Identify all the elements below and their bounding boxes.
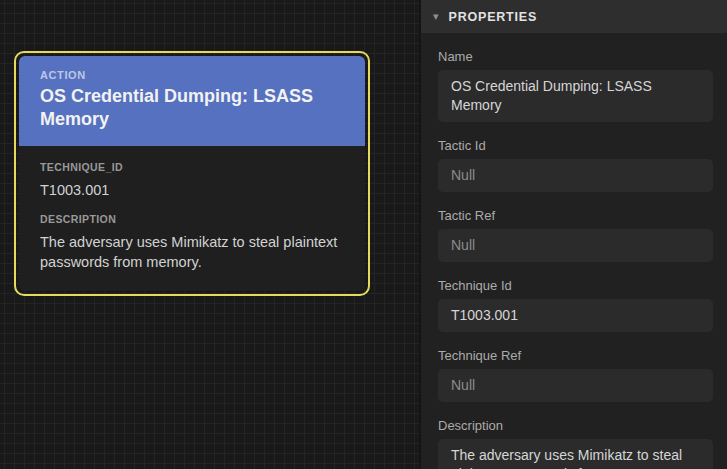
properties-panel-title: PROPERTIES (449, 10, 538, 24)
node-field-description: DESCRIPTION The adversary uses Mimikatz … (40, 213, 344, 272)
prop-field-technique-ref: Technique Ref Null (438, 348, 713, 402)
collapse-chevron-icon[interactable]: ▾ (433, 11, 439, 22)
properties-panel-header[interactable]: ▾ PROPERTIES (421, 0, 727, 33)
prop-label-tactic-ref: Tactic Ref (438, 208, 713, 223)
prop-field-name: Name OS Credential Dumping: LSASS Memory (438, 49, 713, 122)
name-input[interactable]: OS Credential Dumping: LSASS Memory (438, 70, 713, 122)
node-field-value: T1003.001 (40, 180, 344, 200)
action-node-selected[interactable]: ACTION OS Credential Dumping: LSASS Memo… (14, 51, 370, 296)
node-field-label: DESCRIPTION (40, 213, 344, 225)
node-type-label: ACTION (40, 69, 344, 81)
tactic-id-input[interactable]: Null (438, 159, 713, 192)
prop-label-tactic-id: Tactic Id (438, 138, 713, 153)
action-node-body: TECHNIQUE_ID T1003.001 DESCRIPTION The a… (19, 146, 365, 291)
prop-label-technique-ref: Technique Ref (438, 348, 713, 363)
prop-label-description: Description (438, 418, 713, 433)
properties-panel: ▾ PROPERTIES Name OS Credential Dumping:… (419, 0, 727, 469)
tactic-ref-input[interactable]: Null (438, 229, 713, 262)
action-node-card: ACTION OS Credential Dumping: LSASS Memo… (19, 56, 365, 291)
node-field-label: TECHNIQUE_ID (40, 161, 344, 173)
node-field-technique-id: TECHNIQUE_ID T1003.001 (40, 161, 344, 200)
prop-field-technique-id: Technique Id T1003.001 (438, 278, 713, 332)
prop-label-technique-id: Technique Id (438, 278, 713, 293)
prop-field-tactic-id: Tactic Id Null (438, 138, 713, 192)
flow-canvas[interactable]: ACTION OS Credential Dumping: LSASS Memo… (0, 0, 419, 469)
prop-field-tactic-ref: Tactic Ref Null (438, 208, 713, 262)
node-field-value: The adversary uses Mimikatz to steal pla… (40, 232, 344, 272)
technique-id-input[interactable]: T1003.001 (438, 299, 713, 332)
prop-field-description: Description The adversary uses Mimikatz … (438, 418, 713, 469)
node-title: OS Credential Dumping: LSASS Memory (40, 85, 344, 131)
description-input[interactable]: The adversary uses Mimikatz to steal pla… (438, 439, 713, 469)
prop-label-name: Name (438, 49, 713, 64)
technique-ref-input[interactable]: Null (438, 369, 713, 402)
action-node-header: ACTION OS Credential Dumping: LSASS Memo… (19, 56, 365, 146)
properties-panel-body: Name OS Credential Dumping: LSASS Memory… (421, 33, 727, 469)
